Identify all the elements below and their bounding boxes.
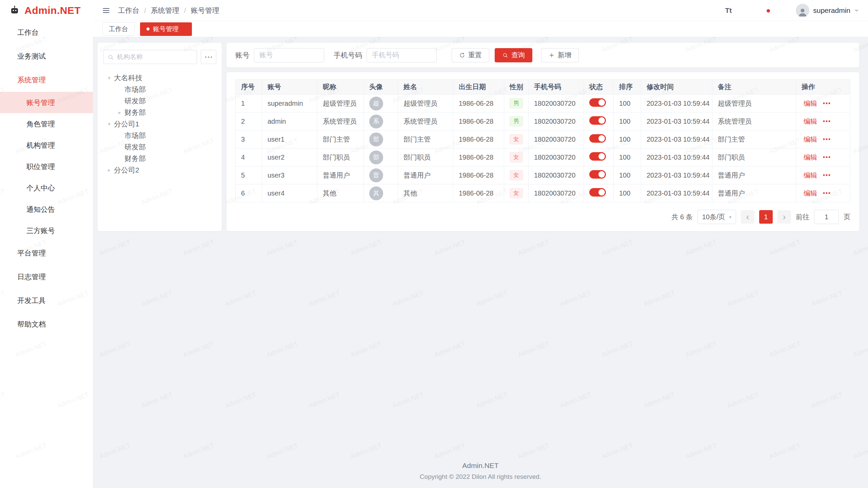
status-toggle[interactable] xyxy=(589,170,606,179)
tree-node-label: 分公司2 xyxy=(114,165,139,175)
tree-caret-icon[interactable]: ▾ xyxy=(104,75,114,81)
user-menu[interactable]: superadmin xyxy=(796,4,859,17)
tab-active-dot xyxy=(146,27,150,30)
search-button[interactable]: 查询 xyxy=(495,48,532,62)
table-panel: 序号账号昵称头像姓名出生日期性别手机号码状态排序修改时间备注操作1superad… xyxy=(226,72,859,231)
tree-node[interactable]: ▾大名科技 xyxy=(103,72,216,84)
sidebar-item[interactable]: 业务测试 xyxy=(0,44,93,68)
avatar: 超 xyxy=(369,97,383,110)
table-row: 4user2部门职员部部门职员1986-06-28女18020030720100… xyxy=(236,148,850,166)
edit-button[interactable]: 编辑 xyxy=(802,117,817,126)
goto-page-input[interactable] xyxy=(814,210,839,224)
tree-node-label: 财务部 xyxy=(124,154,146,163)
tree-node[interactable]: ▸财务部 xyxy=(103,107,216,118)
total-count: 共 6 条 xyxy=(671,212,692,222)
sidebar-subitem[interactable]: 机构管理 xyxy=(0,135,93,156)
phone-input[interactable] xyxy=(367,48,437,62)
current-page-button[interactable]: 1 xyxy=(759,210,773,224)
tree-caret-icon[interactable]: ▾ xyxy=(104,121,114,127)
cell-remark: 普通用户 xyxy=(712,166,796,184)
row-more-button[interactable]: ⋯ xyxy=(823,117,831,125)
breadcrumb-separator: / xyxy=(184,6,186,15)
prev-page-button[interactable]: ‹ xyxy=(741,210,754,224)
sidebar-subitem[interactable]: 账号管理 xyxy=(0,92,93,113)
column-header: 状态 xyxy=(584,80,614,95)
tree-node[interactable]: 市场部 xyxy=(103,130,216,141)
sidebar-subitem[interactable]: 个人中心 xyxy=(0,177,93,199)
cell-birth-date: 1986-06-28 xyxy=(453,184,504,202)
edit-button[interactable]: 编辑 xyxy=(802,135,817,144)
status-toggle[interactable] xyxy=(589,188,606,197)
row-more-button[interactable]: ⋯ xyxy=(823,189,831,197)
goto-label: 前往 xyxy=(796,212,809,222)
sidebar-subitem[interactable]: 通知公告 xyxy=(0,199,93,220)
tab[interactable]: 工作台 xyxy=(102,22,135,36)
cell-nickname: 超级管理员 xyxy=(317,95,364,113)
add-button[interactable]: 新增 xyxy=(541,48,579,62)
sidebar-item[interactable]: 日志管理 xyxy=(0,265,93,289)
cell-phone: 18020030720 xyxy=(529,95,584,113)
menu-collapse-icon[interactable] xyxy=(102,6,111,15)
sidebar-subitem-label: 账号管理 xyxy=(26,98,55,107)
breadcrumb-item[interactable]: 工作台 xyxy=(118,6,139,15)
sidebar-item[interactable]: 帮助文档 xyxy=(0,312,93,336)
tree-caret-icon[interactable]: ▸ xyxy=(104,167,114,173)
cell-no: 1 xyxy=(236,95,262,113)
cell-modified-time: 2023-01-03 10:59:44 xyxy=(641,113,712,130)
cell-no: 3 xyxy=(236,130,262,148)
sidebar-item[interactable]: 工作台 xyxy=(0,21,93,44)
tree-caret-icon[interactable]: ▸ xyxy=(115,109,124,116)
sidebar-subitem[interactable]: 三方账号 xyxy=(0,220,93,241)
sidebar-subitem[interactable]: 角色管理 xyxy=(0,113,93,135)
chevron-down-icon: ▾ xyxy=(729,215,731,220)
tree-more-button[interactable]: ⋯ xyxy=(201,50,216,64)
sidebar-item[interactable]: 平台管理 xyxy=(0,241,93,265)
row-more-button[interactable]: ⋯ xyxy=(823,171,831,179)
tree-node[interactable]: 研发部 xyxy=(103,95,216,107)
tree-node[interactable]: 研发部 xyxy=(103,141,216,153)
sidebar-subitem[interactable]: 职位管理 xyxy=(0,156,93,177)
tree-node[interactable]: 财务部 xyxy=(103,153,216,164)
cell-avatar: 普 xyxy=(364,166,398,184)
gender-badge: 女 xyxy=(510,134,523,144)
sidebar-item[interactable]: 系统管理 xyxy=(0,68,93,92)
edit-button[interactable]: 编辑 xyxy=(802,99,817,108)
status-toggle[interactable] xyxy=(589,116,606,125)
org-tree: ▾大名科技市场部研发部▸财务部▾分公司1市场部研发部财务部▸分公司2 xyxy=(103,72,216,176)
cell-avatar: 系 xyxy=(364,113,398,130)
status-toggle[interactable] xyxy=(589,152,606,161)
sidebar-menu: 工作台业务测试系统管理账号管理角色管理机构管理职位管理个人中心通知公告三方账号平… xyxy=(0,21,93,336)
org-search-input[interactable] xyxy=(117,53,193,61)
page-size-select[interactable]: 10条/页 ▾ xyxy=(697,210,736,224)
cell-no: 5 xyxy=(236,166,262,184)
breadcrumb-item[interactable]: 系统管理 xyxy=(151,6,179,15)
account-input[interactable] xyxy=(254,48,324,62)
chevron-down-icon xyxy=(854,8,859,13)
status-toggle[interactable] xyxy=(589,98,606,107)
refresh-icon xyxy=(459,52,465,58)
tree-node[interactable]: ▾分公司1 xyxy=(103,118,216,130)
sidebar-item-label: 系统管理 xyxy=(17,75,85,85)
row-more-button[interactable]: ⋯ xyxy=(823,135,831,143)
next-page-button[interactable]: › xyxy=(777,210,791,224)
edit-button[interactable]: 编辑 xyxy=(802,153,817,162)
edit-button[interactable]: 编辑 xyxy=(802,171,817,180)
sidebar-item[interactable]: 开发工具 xyxy=(0,289,93,312)
cell-status xyxy=(584,184,614,202)
tree-node[interactable]: ▸分公司2 xyxy=(103,164,216,176)
status-toggle[interactable] xyxy=(589,134,606,143)
breadcrumb-item[interactable]: 账号管理 xyxy=(191,6,219,15)
font-size-icon[interactable]: Tt xyxy=(725,6,732,15)
column-header: 出生日期 xyxy=(453,80,504,95)
reset-button[interactable]: 重置 xyxy=(452,48,489,62)
app-logo[interactable]: Admin.NET xyxy=(0,0,93,21)
tree-node[interactable]: 市场部 xyxy=(103,84,216,95)
edit-button[interactable]: 编辑 xyxy=(802,189,817,198)
cell-sort: 100 xyxy=(614,130,641,148)
row-more-button[interactable]: ⋯ xyxy=(823,153,831,161)
tab[interactable]: 账号管理 xyxy=(140,22,192,36)
column-header: 姓名 xyxy=(398,80,453,95)
org-search-box xyxy=(103,50,197,64)
row-more-button[interactable]: ⋯ xyxy=(823,99,831,107)
cell-birth-date: 1986-06-28 xyxy=(453,166,504,184)
